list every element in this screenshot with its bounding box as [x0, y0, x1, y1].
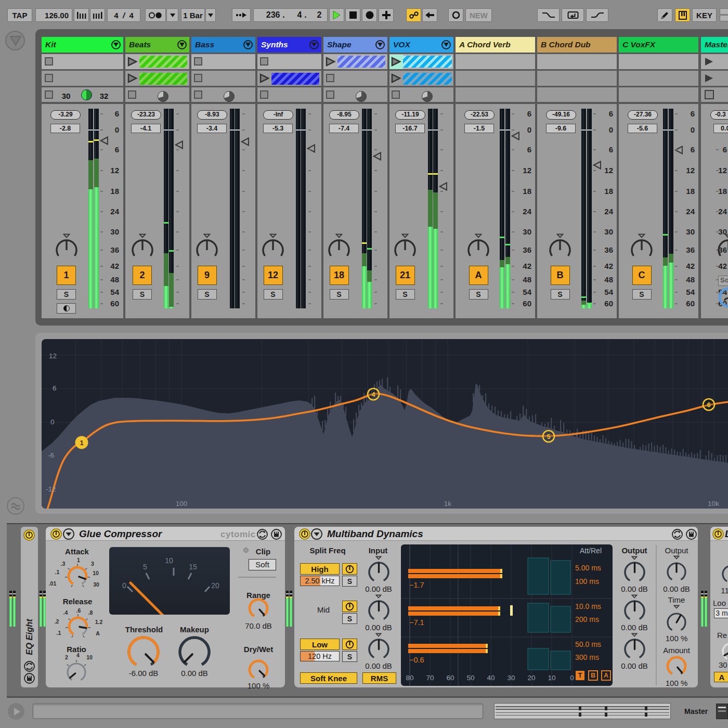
svg-text:-12: -12 — [46, 485, 56, 493]
svg-text:A: A — [604, 672, 608, 679]
svg-text:200 ms: 200 ms — [575, 615, 599, 623]
svg-text:6: 6 — [53, 384, 57, 392]
svg-text:6: 6 — [707, 401, 711, 409]
svg-text:−1.7: −1.7 — [409, 581, 424, 589]
svg-text:10.0 ms: 10.0 ms — [575, 602, 601, 610]
svg-text:15: 15 — [189, 563, 197, 571]
svg-text:80: 80 — [406, 674, 413, 682]
svg-text:10: 10 — [165, 556, 173, 565]
svg-text:40: 40 — [487, 674, 495, 682]
svg-text:0: 0 — [50, 418, 55, 426]
svg-text:−7.1: −7.1 — [409, 618, 424, 627]
svg-text:T: T — [578, 672, 582, 679]
svg-text:0: 0 — [122, 581, 126, 590]
svg-text:60: 60 — [446, 674, 454, 682]
svg-text:-6: -6 — [48, 451, 54, 459]
svg-text:300 ms: 300 ms — [575, 653, 599, 661]
svg-text:50: 50 — [466, 674, 474, 682]
svg-text:100: 100 — [176, 500, 188, 508]
svg-text:1: 1 — [80, 439, 83, 447]
svg-text:12: 12 — [49, 352, 57, 360]
svg-text:5: 5 — [143, 563, 147, 571]
svg-text:20: 20 — [527, 674, 535, 682]
svg-text:B: B — [591, 672, 595, 679]
svg-text:100 ms: 100 ms — [575, 577, 599, 586]
svg-text:1k: 1k — [444, 500, 452, 508]
svg-text:5: 5 — [547, 433, 551, 440]
svg-text:−0.6: −0.6 — [409, 656, 424, 664]
svg-text:70: 70 — [426, 674, 434, 682]
svg-text:20: 20 — [211, 581, 219, 590]
svg-text:5.00 ms: 5.00 ms — [575, 564, 601, 572]
svg-text:50.0 ms: 50.0 ms — [575, 640, 601, 648]
svg-text:10k: 10k — [708, 500, 719, 508]
svg-text:Att/Rel: Att/Rel — [580, 547, 602, 555]
svg-text:10: 10 — [548, 674, 555, 682]
svg-text:0: 0 — [570, 674, 574, 682]
svg-text:30: 30 — [507, 674, 515, 682]
svg-text:4: 4 — [372, 391, 375, 398]
